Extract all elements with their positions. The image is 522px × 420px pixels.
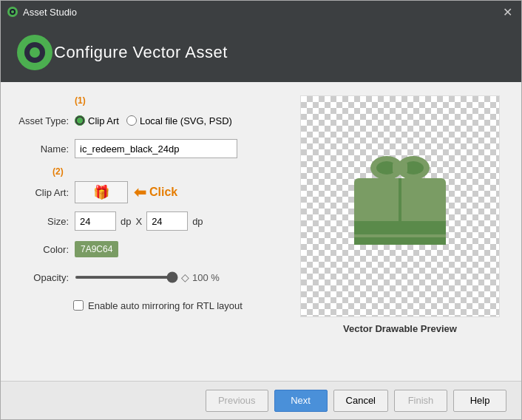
asset-type-radio-group: Clip Art Local file (SVG, PSD) (75, 115, 232, 126)
opacity-slider[interactable] (75, 276, 178, 279)
studio-logo-icon (16, 33, 54, 72)
clip-art-radio-label: Clip Art (88, 115, 119, 126)
color-row: Color: 7A9C64 (16, 239, 282, 260)
svg-rect-14 (399, 178, 401, 221)
cancel-button[interactable]: Cancel (333, 390, 388, 412)
checkbox-label: Enable auto mirroring for RTL layout (88, 300, 243, 311)
clip-art-button[interactable]: 🎁 (75, 181, 128, 203)
close-button[interactable]: ✕ (500, 5, 515, 19)
next-button[interactable]: Next (274, 390, 328, 412)
svg-rect-12 (354, 221, 446, 234)
title-bar: Asset Studio ✕ (1, 1, 521, 23)
local-file-radio-item[interactable]: Local file (SVG, PSD) (126, 115, 232, 126)
asset-type-label: Asset Type: (16, 115, 69, 126)
main-window: Asset Studio ✕ Configure Vector Asset (1… (0, 0, 522, 420)
name-label: Name: (16, 143, 69, 155)
opacity-icon: ◇ (181, 271, 189, 283)
size-width-unit: dp (121, 216, 131, 227)
size-height-input[interactable] (146, 211, 188, 231)
footer: Previous Next Cancel Finish Help (1, 381, 521, 419)
opacity-row: Opacity: ◇ 100 % (16, 267, 282, 288)
preview-box (300, 95, 500, 317)
size-width-input[interactable] (75, 211, 116, 231)
click-text: Click (149, 186, 177, 199)
name-row: Name: (16, 138, 282, 159)
size-row: Size: dp X dp (16, 211, 282, 231)
clip-art-label: Clip Art: (16, 187, 69, 198)
form-panel: (1) Asset Type: Clip Art Local file (SVG… (16, 95, 282, 373)
svg-rect-13 (354, 237, 446, 245)
asset-type-row: Asset Type: Clip Art Local file (SVG, PS… (16, 110, 282, 131)
clip-art-radio[interactable] (75, 115, 85, 126)
svg-point-2 (11, 10, 14, 13)
svg-rect-10 (393, 162, 407, 174)
app-icon (7, 6, 18, 18)
preview-label: Vector Drawable Preview (343, 323, 457, 334)
vector-drawable-preview-svg (341, 140, 459, 273)
annotation-1: (1) (75, 95, 282, 106)
size-label: Size: (16, 216, 69, 227)
local-file-radio-label: Local file (SVG, PSD) (140, 115, 232, 126)
clip-art-controls: 🎁 ⬅ Click (75, 181, 177, 203)
rtl-checkbox[interactable] (73, 300, 84, 311)
annotation-2: (2) (52, 166, 282, 177)
help-button[interactable]: Help (453, 390, 506, 412)
header-band: Configure Vector Asset (1, 23, 521, 82)
header-title: Configure Vector Asset (54, 43, 228, 62)
arrow-icon: ⬅ (134, 183, 146, 201)
opacity-value: 100 % (192, 272, 220, 283)
content-area: (1) Asset Type: Clip Art Local file (SVG… (1, 82, 521, 381)
color-swatch[interactable]: 7A9C64 (75, 241, 118, 257)
color-label: Color: (16, 244, 69, 255)
size-x-separator: X (135, 216, 142, 227)
name-input[interactable] (75, 139, 237, 158)
finish-button[interactable]: Finish (394, 390, 447, 412)
svg-point-5 (30, 47, 40, 58)
click-annotation: ⬅ Click (134, 183, 177, 201)
size-inputs: dp X dp (75, 211, 203, 231)
gift-icon: 🎁 (93, 184, 109, 200)
opacity-label: Opacity: (16, 272, 69, 283)
size-height-unit: dp (192, 216, 203, 227)
clip-art-radio-item[interactable]: Clip Art (75, 115, 119, 126)
opacity-slider-wrapper: ◇ 100 % (75, 271, 220, 283)
title-bar-text: Asset Studio (23, 7, 500, 18)
clip-art-row: Clip Art: 🎁 ⬅ Click (16, 181, 282, 203)
previous-button[interactable]: Previous (206, 390, 268, 412)
preview-panel: Vector Drawable Preview (294, 95, 506, 373)
local-file-radio[interactable] (126, 115, 137, 126)
checkbox-row: Enable auto mirroring for RTL layout (16, 295, 282, 316)
